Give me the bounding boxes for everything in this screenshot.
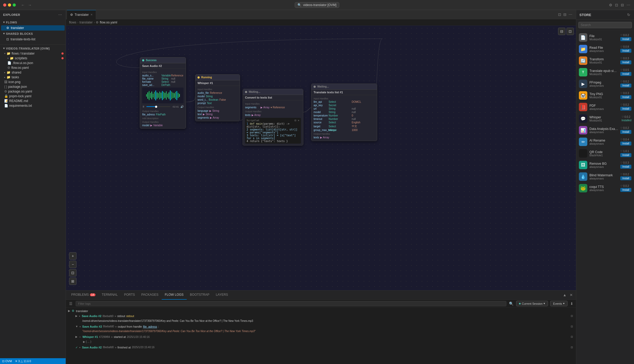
tab-translater[interactable]: ⚙ Translater ✕ — [67, 10, 96, 19]
progress-bar[interactable] — [146, 106, 170, 107]
file-item-flow-ui[interactable]: 📄 .flow.ui.oo.json — [0, 61, 66, 65]
search-log-icon[interactable]: 🔍 — [508, 301, 514, 306]
panel-icon[interactable]: ⊟ — [563, 12, 567, 17]
nav-forward-button[interactable]: → — [27, 2, 33, 8]
grid-button[interactable]: ⊞ — [69, 278, 76, 285]
tab-close-icon[interactable]: ✕ — [90, 13, 93, 16]
breadcrumb-translater[interactable]: translater — [79, 21, 93, 24]
log-list-icon[interactable]: ☰ — [68, 301, 74, 306]
install-blindwatermark-button[interactable]: Install — [620, 176, 631, 180]
session-button[interactable]: Current Session ▾ — [516, 301, 548, 306]
breadcrumb-flows[interactable]: flows — [69, 21, 76, 24]
copy-icon[interactable]: ⊡ — [570, 314, 574, 318]
tab-layers[interactable]: LAYERS — [213, 290, 231, 300]
fit-view-button[interactable]: ⊡ — [69, 269, 76, 276]
breadcrumb-filename[interactable]: flow.oo.yaml — [100, 21, 117, 24]
store-item-pdf[interactable]: 📕 PDF alwaysmavs ♡ 0.0.2 Install — [576, 101, 634, 113]
file-item-package-yaml[interactable]: ⚙ package.oo.yaml — [0, 89, 66, 94]
expand-icon3[interactable]: ▼ — [75, 324, 78, 328]
tab-packages[interactable]: PACKAGES — [138, 290, 162, 300]
store-item-tinypng[interactable]: 🐼 Tiny PNG Moskize91 ♡ 0.0.3 Install — [576, 90, 634, 101]
install-removebg-button[interactable]: Install — [620, 165, 631, 169]
install-tinypng-button[interactable]: Install — [620, 95, 631, 99]
install-pdf-button[interactable]: Install — [620, 107, 631, 111]
zoom-out-button[interactable]: − — [69, 261, 76, 268]
store-item-ffmpeg[interactable]: ▶ FFmpeg alwaysmavs ♡ 0.0.2 Install — [576, 78, 634, 90]
install-coqui-button[interactable]: Install — [620, 188, 631, 192]
shared-blocks-section[interactable]: ▾ SHARED BLOCKS — [0, 31, 66, 36]
expand-icon[interactable]: ▶ — [68, 309, 70, 313]
minimize-button[interactable] — [8, 3, 11, 7]
tab-ports[interactable]: PORTS — [121, 290, 138, 300]
install-qrcode-button[interactable]: Install — [620, 153, 631, 157]
panel-minimize-button[interactable]: ▲ — [562, 292, 568, 298]
store-item-transform[interactable]: 🔄 Transform Moskize91 ♡ 0.0.3 Install — [576, 55, 634, 66]
store-item-coqui[interactable]: 🐸 coqui TTS alwaysmavs ♡ 0.0.2 Install — [576, 182, 634, 194]
canvas-area[interactable]: Success Save Audio #2 Input Handles audi… — [66, 26, 576, 290]
canvas-split-button[interactable]: ⊟ — [558, 28, 565, 35]
settings-icon[interactable]: ⚙ — [608, 2, 613, 8]
store-item-qrcode[interactable]: QR Code BlackHole1 ♡ 1.0.1 Install — [576, 148, 634, 159]
file-item-readme[interactable]: 📝 README.md — [0, 99, 66, 103]
store-refresh-icon[interactable]: ↻ — [627, 12, 631, 17]
sidebar-item-translater[interactable]: ⚙ translater — [1, 25, 65, 31]
maximize-button[interactable] — [13, 3, 16, 7]
install-readfile-button[interactable]: Install — [620, 49, 631, 53]
install-epub-button[interactable]: Install — [620, 72, 631, 76]
store-item-dataanalysis[interactable]: 📊 Data Analysis Examples alwaysmavs ♡ 0.… — [576, 124, 634, 136]
nav-back-button[interactable]: ← — [20, 2, 26, 8]
file-item-shared[interactable]: ▸ 📁 shared — [0, 70, 66, 75]
file-item-tasks[interactable]: ▸ 📁 tasks — [0, 75, 66, 80]
file-item-pnpm[interactable]: 🔒 pnpm-lock.yaml — [0, 94, 66, 99]
store-item-whisper[interactable]: 💬 Whisper Moskize91 ♡ 0.0.2 Installed — [576, 113, 634, 124]
store-item-airename[interactable]: ✏ AI Rename alwaysmavs ♡ 0.0.4 Install — [576, 136, 634, 148]
store-item-removebg[interactable]: 🖼 Remove BG alwaysmavs ♡ 0.0.3 Install — [576, 159, 634, 171]
copy-icon2[interactable]: ⊡ — [570, 324, 574, 328]
zoom-in-button[interactable]: + — [69, 252, 76, 260]
title-bar-search[interactable]: 🔍 videos-translator [OVM] — [295, 2, 339, 8]
media-controls[interactable]: ⏸ -02:41 🔊 — [142, 104, 184, 109]
file-item-requirements[interactable]: 📄 requirements.txt — [0, 103, 66, 108]
more-tabs-icon[interactable]: ⋯ — [568, 12, 573, 17]
node-convert[interactable]: Waiting... Convert to texts list Input H… — [243, 89, 303, 145]
tab-problems[interactable]: PROBLEMS 14 — [68, 290, 99, 300]
more-options-icon[interactable]: ⋯ — [58, 12, 63, 17]
install-transform-button[interactable]: Install — [620, 60, 631, 64]
copy-icon4[interactable]: ⊡ — [570, 345, 574, 349]
events-button[interactable]: Events ▾ — [550, 301, 568, 306]
expand-icon4[interactable]: ▶ — [75, 335, 78, 339]
canvas-expand-button[interactable]: ⊡ — [566, 28, 574, 35]
errors-status[interactable]: ✕ 3 △ 11 ℹ 0 — [15, 360, 31, 363]
file-item-scriptlets[interactable]: ▾ 📁 scriptlets — [0, 56, 66, 61]
store-item-blindwatermark[interactable]: 💧 Blind Watermark alwaysmavs ♡ 0.0.2 Ins… — [576, 171, 634, 182]
split-editor-icon[interactable]: ⊡ — [558, 12, 562, 17]
log-archive-icon[interactable]: ⬇ — [570, 301, 574, 306]
log-group-translater[interactable]: ▶ ⚙ translater — [66, 309, 576, 313]
split-icon[interactable]: ⊟ — [620, 2, 625, 8]
log-filter-input[interactable] — [76, 301, 506, 306]
install-file-button[interactable]: Install — [620, 37, 631, 41]
node-translate[interactable]: Waiting... Translate texts list #1 Input… — [311, 84, 377, 141]
copy-icon3[interactable]: ⊡ — [570, 335, 574, 339]
file-item-flow-yaml[interactable]: ⚙ flow.oo.yaml — [0, 65, 66, 70]
install-airename-button[interactable]: Install — [620, 142, 631, 145]
videos-translater-section[interactable]: ▾ VIDEOS-TRANSLATER [OVM] — [0, 46, 66, 51]
file-item-flows-translater[interactable]: ▾ 📁 flows / translater — [0, 51, 66, 56]
tab-flow-logs[interactable]: FLOW LOGS — [162, 290, 187, 300]
more-icon[interactable]: ⋯ — [626, 2, 631, 8]
store-item-epub[interactable]: T Translate epub side by ... Moskize91 ♡… — [576, 66, 634, 78]
flows-section[interactable]: ▾ FLOWS — [0, 20, 66, 25]
volume-icon[interactable]: 🔊 — [180, 105, 184, 108]
store-item-file[interactable]: 📄 File Moskize91 ♡ 0.0.2 Install — [576, 32, 634, 43]
store-search-input[interactable] — [578, 22, 632, 28]
tab-bootstrap[interactable]: BOOTSTRAP — [187, 290, 213, 300]
store-item-readfile[interactable]: 📁 Read File alwaysmavs ♡ 0.0.8 Install — [576, 43, 634, 55]
install-ffmpeg-button[interactable]: Install — [620, 84, 631, 88]
install-dataanalysis-button[interactable]: Install — [620, 130, 631, 134]
expand-icon2[interactable]: ▶ — [75, 314, 78, 318]
ovm-status[interactable]: ⊡ OVM — [2, 360, 12, 363]
node-whisper[interactable]: Running Whisper #1 Input Handles audio_f… — [195, 74, 240, 121]
sidebar-item-translate-texts[interactable]: ⊡ translate-texts-list — [1, 37, 65, 42]
node-save-audio[interactable]: Success Save Audio #2 Input Handles audi… — [140, 57, 186, 129]
panel-close-button[interactable]: ✕ — [569, 292, 574, 298]
